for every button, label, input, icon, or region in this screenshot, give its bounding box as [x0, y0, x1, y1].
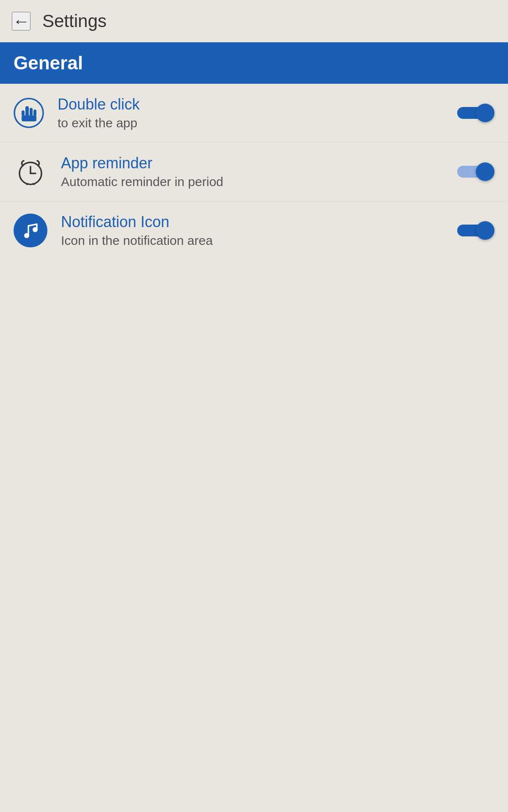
notification-icon-text: Notification Icon Icon in the notificati… — [61, 213, 447, 248]
back-button[interactable]: ← — [12, 12, 30, 30]
app-reminder-toggle[interactable] — [457, 162, 494, 181]
svg-rect-6 — [22, 115, 36, 121]
toggle-thumb — [476, 162, 494, 181]
svg-rect-4 — [33, 110, 36, 116]
double-click-icon — [14, 98, 44, 128]
double-click-text: Double click to exit the app — [58, 96, 447, 130]
svg-rect-5 — [22, 110, 25, 116]
svg-rect-3 — [30, 108, 33, 116]
section-header: General — [0, 42, 508, 84]
settings-item-app-reminder[interactable]: App reminder Automatic reminder in perio… — [0, 143, 508, 201]
toggle-thumb — [476, 104, 494, 122]
top-bar: ← Settings — [0, 0, 508, 42]
double-click-desc: to exit the app — [58, 116, 447, 130]
svg-point-11 — [33, 227, 38, 232]
section-title: General — [14, 52, 83, 73]
double-click-toggle-container — [457, 104, 494, 122]
app-reminder-label: App reminder — [61, 154, 447, 172]
notification-icon-wrapper — [14, 214, 47, 247]
notification-icon-label: Notification Icon — [61, 213, 447, 231]
app-reminder-desc: Automatic reminder in period — [61, 175, 447, 189]
music-note-icon — [14, 214, 47, 247]
settings-list: Double click to exit the app — [0, 84, 508, 260]
double-click-label: Double click — [58, 96, 447, 113]
settings-item-notification-icon[interactable]: Notification Icon Icon in the notificati… — [0, 201, 508, 260]
double-click-toggle[interactable] — [457, 104, 494, 122]
app-reminder-text: App reminder Automatic reminder in perio… — [61, 154, 447, 189]
toggle-thumb — [476, 221, 494, 240]
notification-icon-toggle[interactable] — [457, 221, 494, 240]
svg-point-10 — [24, 233, 29, 238]
back-arrow-icon: ← — [13, 13, 30, 30]
svg-rect-2 — [25, 106, 29, 113]
page-title: Settings — [42, 11, 107, 31]
notification-icon-desc: Icon in the notification area — [61, 233, 447, 248]
settings-item-double-click[interactable]: Double click to exit the app — [0, 84, 508, 143]
notification-icon-toggle-container — [457, 221, 494, 240]
alarm-clock-icon — [14, 155, 47, 189]
app-reminder-toggle-container — [457, 162, 494, 181]
